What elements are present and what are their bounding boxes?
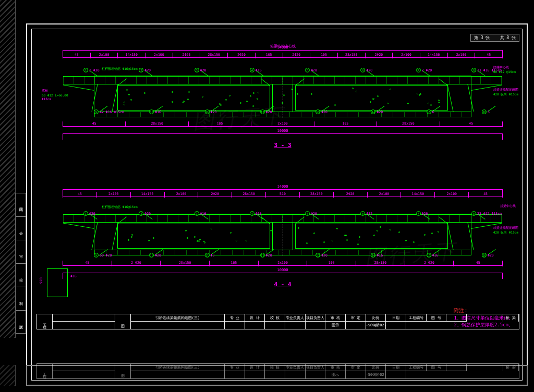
- dim-segment: 45: [63, 53, 91, 58]
- titleblock-cell: 专业负责人: [285, 364, 306, 371]
- dim-segment: 14x150: [401, 192, 435, 198]
- titleblock-cell: 专业负责人: [285, 314, 306, 322]
- revision-column: 图纸 会 审 校 制 版次: [16, 193, 26, 338]
- dim-segment: 45: [475, 53, 503, 58]
- dim-segment: 14x150: [420, 53, 448, 58]
- rev-cell: 校: [16, 263, 26, 287]
- dim-segment: 105: [314, 121, 377, 127]
- leader-id: 4: [250, 68, 254, 72]
- web-center: [272, 84, 293, 112]
- titleblock-cell: [386, 322, 406, 329]
- titleblock-cell: [285, 371, 306, 378]
- note-right-mid: 箱梁连续配筋断面 Φ20 纵向 Φ15cm: [493, 88, 518, 97]
- rev-cell: 图纸: [16, 193, 26, 216]
- titleblock-cell: 引桥连续梁钢筋构造图(三): [131, 364, 225, 371]
- dim-total-bot: 10000: [63, 133, 503, 140]
- dim-segment: 2x100: [393, 53, 420, 58]
- titleblock-cell: [225, 371, 245, 378]
- titleblock-cell: [245, 322, 265, 329]
- dim-row-top: 452x10014x1502x1002Φ2028x1502Φ201052Φ201…: [63, 57, 503, 64]
- dim-segment: 2Φ20: [334, 192, 368, 198]
- dim-segment: 45: [440, 121, 503, 127]
- titleblock-cell: 比例: [366, 364, 386, 371]
- dim-segment: 28x150: [377, 121, 440, 127]
- titleblock-cell: 工程编号: [406, 364, 427, 371]
- dim-segment: 2x100: [97, 192, 131, 198]
- note-left-mid: 底板 60 Φ12 L=66.00 Φ15cm: [42, 89, 68, 101]
- dim-segment: 2 Φ20: [112, 261, 161, 266]
- dim-segment: 2Φ20: [283, 53, 311, 58]
- titleblock-cell: 图示: [325, 371, 346, 378]
- sheet-number: 第 3 张 共 8 张: [470, 34, 519, 42]
- titleblock-cell: [53, 364, 115, 371]
- titleblock-cell: [467, 314, 503, 322]
- titleblock-cell: [245, 371, 265, 378]
- section-title-33: 3 - 3: [52, 142, 513, 149]
- dim-segment: 45: [63, 121, 126, 127]
- dim-segment: 105: [256, 53, 283, 58]
- titleblock-cell: 04LL11-50钢桥02-103-图: [366, 322, 386, 329]
- leader-id: 2: [139, 68, 143, 72]
- box-girder-outline-44: [94, 214, 471, 255]
- dim-segment: 45: [469, 192, 503, 198]
- titleblock-cell: 图: [115, 364, 131, 378]
- note-right-top: 防撞中心线 98 Φ12 @15cm: [493, 65, 516, 74]
- leader-line: [89, 70, 97, 76]
- dim-segment: 2x100: [165, 192, 199, 198]
- dim-segment: 2Φ20: [366, 53, 393, 58]
- dim-segment: 45: [454, 261, 503, 266]
- mini-detail-dim: 970: [39, 277, 43, 284]
- section-3-3: 箱梁结构中心线 14000 452x10014x1502x1002Φ2028x1…: [52, 47, 513, 151]
- titleblock-cell: [306, 371, 326, 378]
- page-label: 第 3 张: [474, 35, 490, 40]
- dim-segment: 14x150: [118, 53, 145, 58]
- dim-segment: 105: [189, 121, 251, 127]
- layout-ruler-left: [0, 0, 16, 338]
- titleblock-cell: 项目负责人: [306, 314, 326, 322]
- note-right-mid-44: 箱梁连续配筋断面 Φ20 纵向 Φ15cm: [493, 226, 518, 235]
- titleblock-cell: [131, 371, 225, 378]
- section-4-4: 14000 452x10014x1502x1002Φ2028x15051028x…: [52, 190, 513, 300]
- box-girder-outline: [94, 76, 471, 117]
- web-center-44: [272, 223, 293, 250]
- titleblock-cell: 项目负责人: [306, 364, 326, 371]
- leader-id: 1: [83, 68, 88, 72]
- titleblock-cell: [265, 371, 285, 378]
- leader-id: 5: [305, 68, 310, 72]
- dim-segment: 45: [63, 192, 97, 198]
- dim-total-bot-44: 10000: [63, 273, 503, 279]
- titleblock-cell: [406, 322, 427, 329]
- titleblock-cell: [285, 322, 306, 329]
- titleblock-cell: [53, 322, 115, 329]
- total-label: 共 8 张: [500, 35, 516, 40]
- titleblock-cell: 审 核: [325, 364, 346, 371]
- dim-segment: 2x100: [259, 261, 308, 266]
- leader-id: 16: [482, 253, 487, 258]
- rev-cell: 版次: [16, 310, 26, 334]
- titleblock-cell: 桥 梁: [503, 314, 519, 322]
- titleblock-cell: [53, 314, 115, 322]
- title-block-ghost: 工 程图引桥连续梁钢筋构造图(三)专 业设 计校 核专业负责人项目负责人审 核审…: [37, 363, 519, 379]
- titleblock-cell: [446, 314, 467, 322]
- dim-segment: 2x100: [251, 121, 314, 127]
- box-cell-left-44: [117, 224, 270, 249]
- titleblock-cell: 专 业: [225, 314, 245, 322]
- box-cell-right: [295, 85, 448, 111]
- leader-id: 7: [416, 68, 421, 72]
- titleblock-cell: 桥 梁: [503, 364, 519, 371]
- box-cell-right-44: [295, 224, 448, 249]
- dim-segment: 2Φ20: [173, 53, 201, 58]
- dim-segment: 105: [307, 261, 356, 266]
- dim-segment: 2x100: [368, 192, 402, 198]
- dim-segment: 105: [210, 261, 259, 266]
- dim-segment: 2x100: [435, 192, 469, 198]
- note-right-top-44: 折梁中心线: [500, 204, 516, 209]
- titleblock-cell: [386, 371, 406, 378]
- titleblock-cell: 图: [115, 314, 131, 329]
- leader-line: [488, 249, 495, 255]
- titleblock-cell: 工程编号: [406, 314, 427, 322]
- titleblock-cell: 审 定: [346, 314, 366, 322]
- titleblock-cell: 专 业: [225, 364, 245, 371]
- titleblock-cell: 引桥连续梁钢筋构造图(三): [131, 314, 225, 322]
- dim-segment: 2 Φ20: [405, 261, 454, 266]
